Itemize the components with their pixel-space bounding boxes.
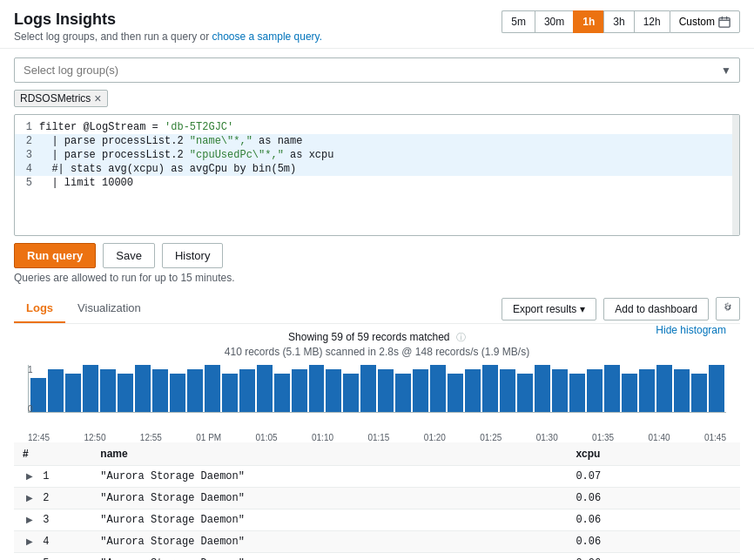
cell-name: "Aurora Storage Daemon": [91, 553, 567, 561]
histogram-bar: [326, 369, 341, 412]
histogram-bar: [257, 365, 273, 412]
x-axis-labels: 12:4512:5012:5501 PM01:0501:1001:1501:20…: [14, 431, 740, 442]
histogram-bar: [656, 365, 672, 412]
tab-logs[interactable]: Logs: [14, 294, 65, 323]
log-group-selector[interactable]: ▼: [14, 57, 740, 83]
histogram-bar: [292, 369, 307, 412]
histogram-bar: [709, 365, 724, 412]
cell-xcpu: 0.07: [567, 466, 740, 488]
histogram-bar: [378, 369, 394, 412]
histogram-bar: [465, 369, 481, 412]
table-row: ▶ 3 "Aurora Storage Daemon" 0.06: [14, 509, 740, 531]
table-row: ▶ 2 "Aurora Storage Daemon" 0.06: [14, 488, 740, 509]
histogram-bar: [48, 369, 64, 412]
code-line-2: 2 | parse processList.2 "name\"*," as na…: [15, 134, 739, 148]
row-expand-button[interactable]: ▶: [23, 493, 37, 503]
col-header-name: name: [91, 442, 567, 466]
run-query-button[interactable]: Run query: [14, 243, 96, 268]
x-axis-label: 12:55: [140, 433, 162, 442]
sample-query-link[interactable]: choose a sample query.: [212, 30, 323, 43]
x-axis-label: 01:10: [312, 433, 333, 442]
time-range-selector: 5m 30m 1h 3h 12h Custom: [502, 10, 740, 33]
cell-name: "Aurora Storage Daemon": [91, 531, 567, 553]
add-to-dashboard-button[interactable]: Add to dashboard: [603, 298, 709, 320]
tag-close-icon[interactable]: ×: [94, 92, 101, 105]
x-axis-label: 01 PM: [196, 433, 221, 442]
log-group-input[interactable]: [14, 57, 740, 83]
histogram-bar: [170, 374, 185, 412]
table-row: ▶ 5 "Aurora Storage Daemon" 0.06: [14, 553, 740, 561]
info-icon[interactable]: ⓘ: [456, 332, 466, 342]
export-results-button[interactable]: Export results ▾: [502, 298, 596, 320]
histogram-bar: [587, 369, 603, 412]
gear-icon: [722, 301, 734, 314]
histogram-bar: [152, 369, 168, 412]
cell-name: "Aurora Storage Daemon": [91, 488, 567, 509]
histogram-bar: [691, 374, 707, 412]
code-line-5: 5 | limit 10000: [15, 176, 739, 190]
x-axis-label: 01:35: [592, 433, 614, 442]
tags-row: RDSOSMetrics ×: [14, 90, 740, 107]
cell-xcpu: 0.06: [567, 553, 740, 561]
table-row: ▶ 4 "Aurora Storage Daemon" 0.06: [14, 531, 740, 553]
settings-gear-button[interactable]: [716, 297, 740, 320]
cell-xcpu: 0.06: [567, 488, 740, 509]
histogram-bar: [83, 365, 98, 412]
histogram-bar: [639, 369, 655, 412]
histogram-bar: [239, 369, 255, 412]
histogram-bar: [395, 374, 411, 412]
y-axis-top-label: 1: [28, 365, 33, 374]
histogram-bars: [28, 365, 726, 413]
histogram-bar: [309, 365, 325, 412]
histogram-bar: [100, 369, 116, 412]
x-axis-label: 01:30: [536, 433, 558, 442]
x-axis-label: 01:25: [480, 433, 502, 442]
histogram-bar: [622, 374, 637, 412]
cell-name: "Aurora Storage Daemon": [91, 466, 567, 488]
row-expand-button[interactable]: ▶: [23, 471, 37, 481]
histogram-bar: [674, 369, 690, 412]
code-line-3: 3 | parse processList.2 "cpuUsedPc\"*," …: [15, 148, 739, 162]
code-editor[interactable]: 1 filter @LogStream = 'db-5T2GJC' 2 | pa…: [14, 114, 740, 236]
time-btn-1h[interactable]: 1h: [573, 10, 603, 33]
query-note: Queries are allowed to run for up to 15 …: [14, 272, 740, 284]
time-btn-30m[interactable]: 30m: [535, 10, 573, 33]
x-axis-label: 01:40: [649, 433, 670, 442]
time-btn-custom[interactable]: Custom: [670, 10, 740, 33]
histogram-bar: [552, 369, 568, 412]
histogram: 1 0: [14, 361, 740, 431]
histogram-bar: [604, 365, 620, 412]
x-axis-label: 12:50: [84, 433, 105, 442]
histogram-bar: [517, 374, 533, 412]
save-button[interactable]: Save: [103, 243, 155, 268]
histogram-bar: [430, 365, 446, 412]
time-btn-5m[interactable]: 5m: [502, 10, 535, 33]
y-axis-bottom-label: 0: [28, 404, 33, 414]
histogram-bar: [569, 374, 585, 412]
hide-histogram-button[interactable]: Hide histogram: [656, 324, 726, 336]
x-axis-label: 01:20: [424, 433, 446, 442]
table-row: ▶ 1 "Aurora Storage Daemon" 0.07: [14, 466, 740, 488]
editor-scrollbar[interactable]: [732, 115, 739, 235]
histogram-bar: [65, 374, 81, 412]
history-button[interactable]: History: [162, 243, 223, 268]
histogram-bar: [413, 369, 428, 412]
x-axis-label: 01:45: [704, 433, 726, 442]
results-table-container: # name xcpu ▶ 1 "Aurora Storage Daemon" …: [14, 442, 740, 560]
results-showing: Showing 59 of 59 records matched ⓘ: [14, 324, 740, 346]
histogram-bar: [448, 374, 463, 412]
row-expand-button[interactable]: ▶: [23, 536, 37, 546]
svg-rect-0: [719, 18, 730, 28]
histogram-bar: [500, 369, 515, 412]
code-line-1: 1 filter @LogStream = 'db-5T2GJC': [15, 120, 739, 134]
time-btn-3h[interactable]: 3h: [603, 10, 633, 33]
calendar-icon: [718, 16, 730, 28]
time-btn-12h[interactable]: 12h: [634, 10, 670, 33]
x-axis-label: 12:45: [28, 433, 50, 442]
row-expand-button[interactable]: ▶: [23, 515, 37, 524]
tab-visualization[interactable]: Visualization: [65, 294, 153, 323]
cell-xcpu: 0.06: [567, 509, 740, 531]
results-table: # name xcpu ▶ 1 "Aurora Storage Daemon" …: [14, 442, 740, 560]
dropdown-arrow-icon: ▼: [721, 64, 731, 77]
tab-actions: Export results ▾ Add to dashboard: [502, 297, 740, 320]
